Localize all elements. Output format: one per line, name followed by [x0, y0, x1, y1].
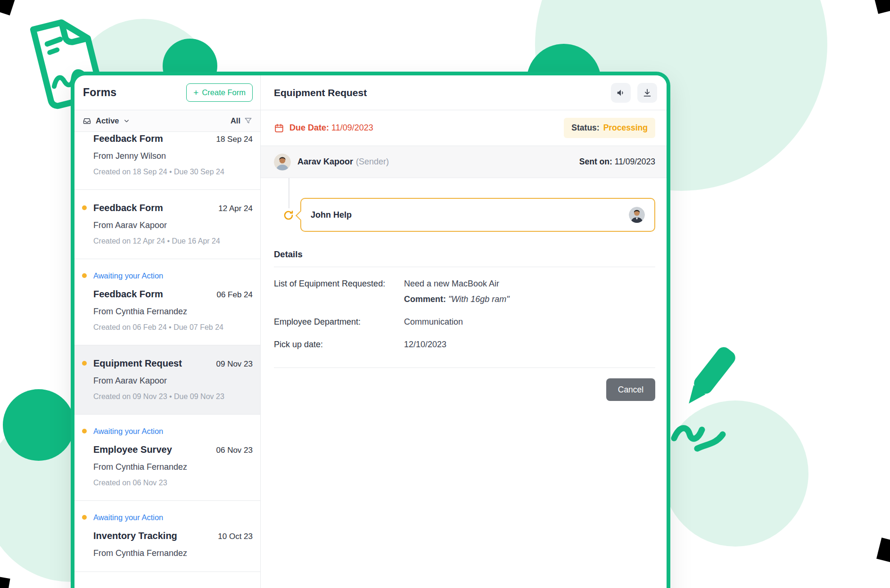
item-meta: Created on 06 Feb 24 • Due 07 Feb 24 [93, 322, 253, 333]
field-equipment: List of Equipment Requested: Need a new … [274, 278, 655, 305]
item-title: Feedback Form [93, 132, 163, 145]
field-label: Employee Department: [274, 316, 387, 328]
item-from: From Aarav Kapoor [93, 219, 253, 231]
field-label: List of Equipment Requested: [274, 278, 387, 305]
signer-name: John Help [311, 210, 352, 220]
forms-list: Feedback Form 18 Sep 24 From Jenny Wilso… [74, 132, 260, 588]
bubble-tail [296, 211, 305, 220]
due-date-bar: Due Date: 11/09/2023 Status: Processing [261, 110, 667, 146]
field-value: Need a new MacBook Air Comment: "With 16… [404, 278, 655, 305]
list-item-feedback-form-aarav[interactable]: Feedback Form 12 Apr 24 From Aarav Kapoo… [74, 190, 260, 259]
inbox-icon [82, 116, 92, 126]
item-date: 18 Sep 24 [216, 135, 253, 144]
status-filter-dropdown[interactable]: Active [82, 116, 130, 126]
green-circle [3, 389, 74, 461]
list-item-inventory-tracking[interactable]: Awaiting your Action Inventory Tracking … [74, 501, 260, 572]
item-from: From Jenny Wilson [93, 150, 253, 162]
filter-bar: Active All [74, 110, 260, 132]
item-from: From Aarav Kapoor [93, 375, 253, 387]
screenshot-canvas: Forms + Create Form Active All [0, 0, 890, 588]
list-item-feedback-form-jenny[interactable]: Feedback Form 18 Sep 24 From Jenny Wilso… [74, 132, 260, 190]
field-value: Communication [404, 316, 655, 328]
field-label: Pick up date: [274, 338, 387, 351]
comment-value: "With 16gb ram" [448, 294, 510, 304]
signer-avatar [629, 207, 645, 223]
item-meta: Created on 09 Nov 23 • Due 09 Nov 23 [93, 392, 253, 402]
item-from: From Cynthia Fernandez [93, 305, 253, 318]
all-filter-label: All [231, 116, 240, 125]
equipment-comment: Comment: "With 16gb ram" [404, 293, 655, 305]
funnel-icon [244, 116, 253, 125]
cancel-button[interactable]: Cancel [606, 378, 655, 401]
pen-doodle-icon [667, 340, 741, 463]
field-department: Employee Department: Communication [274, 316, 655, 328]
create-form-button[interactable]: + Create Form [186, 83, 253, 102]
crop-mark [0, 575, 10, 588]
plus-icon: + [193, 89, 198, 97]
divider [274, 267, 655, 267]
item-date: 09 Nov 23 [216, 359, 253, 369]
item-meta: Created on 12 Apr 24 • Due 16 Apr 24 [93, 236, 253, 246]
sender-name: Aarav Kapoor [297, 157, 353, 167]
audio-button[interactable] [611, 83, 631, 103]
page-title: Equipment Request [274, 87, 367, 98]
speaker-icon [616, 88, 626, 98]
crop-mark [0, 0, 17, 16]
item-meta: Created on 06 Nov 23 [93, 478, 253, 488]
unread-dot-icon [82, 515, 87, 520]
detail-body: John Help Details List of Equipment Requ… [261, 178, 667, 588]
detail-panel: Equipment Request Due Date [261, 75, 667, 588]
list-item-feedback-form-cynthia[interactable]: Awaiting your Action Feedback Form 06 Fe… [74, 259, 260, 345]
detail-header: Equipment Request [261, 75, 667, 110]
comment-label: Comment: [404, 294, 446, 304]
sidebar-title: Forms [83, 86, 116, 99]
signer-field-bubble[interactable]: John Help [300, 198, 655, 232]
divider [274, 368, 655, 368]
calendar-icon [274, 123, 284, 133]
timeline-connector [288, 178, 289, 209]
item-date: 10 Oct 23 [218, 532, 253, 541]
item-title: Equipment Request [93, 357, 182, 370]
download-button[interactable] [637, 83, 657, 103]
app-window: Forms + Create Form Active All [71, 72, 670, 588]
item-meta: Created on 18 Sep 24 • Due 30 Sep 24 [93, 167, 253, 177]
field-pickup-date: Pick up date: 12/10/2023 [274, 338, 655, 351]
item-date: 06 Nov 23 [216, 446, 253, 455]
forms-sidebar: Forms + Create Form Active All [74, 75, 261, 588]
list-item-equipment-request[interactable]: Equipment Request 09 Nov 23 From Aarav K… [74, 345, 260, 415]
status-badge: Status: Processing [564, 118, 655, 138]
list-item-employee-survey[interactable]: Awaiting your Action Employee Survey 06 … [74, 415, 260, 501]
all-filter-control[interactable]: All [231, 116, 253, 125]
sent-on: Sent on: 11/09/2023 [579, 157, 655, 167]
sidebar-header: Forms + Create Form [74, 75, 260, 110]
item-title: Feedback Form [93, 201, 163, 214]
details-heading: Details [274, 249, 655, 260]
item-title: Inventory Tracking [93, 529, 177, 542]
field-value: 12/10/2023 [404, 338, 655, 351]
crop-mark [872, 0, 890, 14]
item-from: From Cynthia Fernandez [93, 547, 253, 559]
item-date: 06 Feb 24 [216, 290, 253, 300]
header-actions [611, 83, 657, 103]
item-title: Employee Survey [93, 443, 172, 456]
chevron-down-icon [123, 117, 130, 124]
item-title: Feedback Form [93, 287, 163, 301]
sender-role: (Sender) [356, 157, 389, 167]
due-date: Due Date: 11/09/2023 [274, 123, 373, 133]
unread-dot-icon [82, 273, 87, 278]
item-from: From Cynthia Fernandez [93, 461, 253, 473]
unread-dot-icon [82, 205, 87, 210]
awaiting-action-label: Awaiting your Action [93, 426, 253, 436]
status-value: Processing [603, 123, 648, 133]
awaiting-action-label: Awaiting your Action [93, 512, 253, 523]
crop-mark [876, 538, 890, 564]
item-date: 12 Apr 24 [218, 204, 253, 213]
due-date-label: Due Date: [289, 123, 329, 132]
pending-refresh-icon [281, 208, 296, 222]
sender-bar: Aarav Kapoor (Sender) Sent on: 11/09/202… [261, 146, 667, 178]
unread-dot-icon [82, 361, 87, 366]
create-form-label: Create Form [202, 88, 246, 97]
sent-on-value: 11/09/2023 [615, 157, 655, 166]
equipment-value: Need a new MacBook Air [404, 278, 655, 290]
due-date-value: 11/09/2023 [331, 123, 373, 132]
